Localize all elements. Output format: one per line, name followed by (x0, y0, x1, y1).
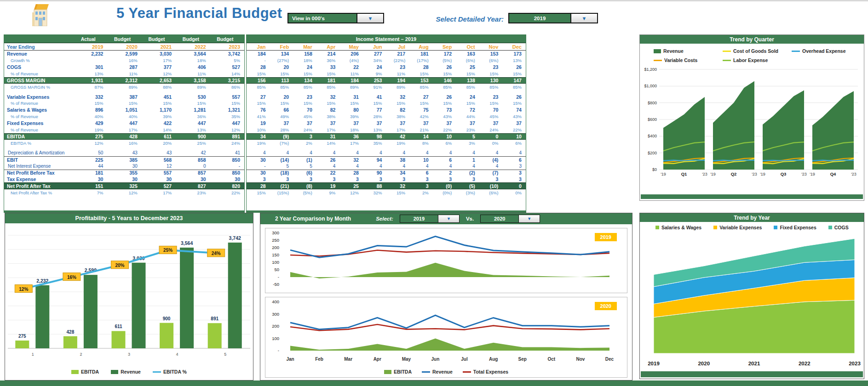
cell: 37 (316, 120, 340, 126)
detail-year-dropdown[interactable]: 2019 ▼ (508, 13, 598, 23)
svg-text:2023: 2023 (849, 361, 861, 366)
cell: 113 (270, 78, 293, 83)
compare-year2-value[interactable]: 2020 (481, 215, 518, 222)
comparison-chart-year1: 30025020015010050--50 2019 (265, 228, 627, 293)
svg-text:2: 2 (80, 352, 82, 357)
table-row: Fixed Expenses429447422447447 (4, 120, 244, 126)
svg-text:428: 428 (67, 329, 75, 335)
cell: 4 (316, 164, 340, 169)
chevron-down-icon[interactable]: ▼ (438, 215, 459, 222)
chevron-down-icon[interactable]: ▼ (518, 215, 540, 222)
cell: 34 (386, 170, 409, 176)
comparison-svg: 30025020015010050--50 (265, 228, 627, 291)
five-year-summary-table: ActualBudgetBudgetBudgetBudgetYear Endin… (4, 34, 245, 213)
cell: 9% (363, 71, 386, 76)
svg-text:Jul: Jul (461, 357, 468, 362)
cell: 1,170 (142, 107, 176, 113)
table-row: 766670828077827573727074 (247, 107, 526, 113)
cell: 10% (247, 127, 270, 132)
panel-footer-strip (641, 194, 863, 199)
cell: 23 (386, 64, 409, 70)
cell: 30 (210, 176, 244, 182)
ebitda-area (290, 339, 609, 351)
table-row: EBITDA275428611900891 (4, 133, 244, 140)
compare-year2-dropdown[interactable]: 2020 ▼ (480, 215, 540, 223)
cell: 11% (386, 71, 409, 76)
year-ending-label: Year Ending (4, 44, 73, 50)
cell: 3 (316, 176, 340, 182)
row-label: Variable Expenses (4, 94, 73, 100)
svg-text:Jan: Jan (286, 357, 294, 362)
table-row: Net Profit After Tax151325527827820 (4, 182, 244, 189)
cell: 35% (363, 141, 386, 146)
cell: 26 (502, 94, 526, 100)
summary-column-headers: ActualBudgetBudgetBudgetBudget (4, 35, 244, 43)
cell: 30 (107, 176, 141, 182)
svg-text:Sep: Sep (518, 357, 527, 362)
cell: 611 (142, 134, 176, 139)
cell: 28 (339, 170, 363, 176)
row-label: % of Revenue (4, 114, 73, 119)
cell: 30 (247, 157, 270, 163)
cell: 181 (409, 51, 433, 57)
cell: 7% (73, 190, 107, 195)
table-row: 272023323141322726242326 (247, 93, 526, 100)
series-line (763, 160, 804, 161)
legend-item: Cost of Goods Sold (723, 46, 792, 56)
cell: 41 (363, 94, 386, 100)
table-row: % of Revenue19%17%14%13%12% (4, 126, 244, 133)
svg-text:200: 200 (272, 324, 279, 329)
chevron-down-icon[interactable]: ▼ (570, 14, 597, 23)
cell: - (210, 164, 244, 169)
svg-text:'19: '19 (661, 172, 666, 176)
cell: 3 (479, 176, 503, 182)
ebitda-bar (208, 323, 222, 348)
cell: 3 (363, 176, 386, 182)
month-cell: Jan (247, 44, 270, 50)
cell: 23% (176, 190, 210, 195)
cell: 42% (409, 114, 433, 119)
units-dropdown[interactable]: View in 000's ▼ (287, 13, 384, 23)
svg-text:50: 50 (274, 267, 279, 272)
cell: 184 (339, 78, 363, 83)
cell: 37 (433, 120, 456, 126)
cell: 153 (409, 78, 433, 83)
column-header-cell: Actual (73, 36, 107, 42)
row-label: Growth % (4, 58, 73, 63)
legend-label: Labor Expense (733, 57, 768, 63)
cell: (15%) (270, 190, 293, 195)
chevron-down-icon[interactable]: ▼ (356, 14, 383, 23)
cell: 19 (316, 183, 340, 189)
detail-year-dropdown-value[interactable]: 2019 (509, 14, 570, 23)
legend-label: EBITDA (394, 369, 412, 375)
table-row: 10%28%24%17%18%13%17%21%22%23%24%22% (247, 126, 526, 133)
table-row: 15%(15%)(5%)9%12%32%15%2%(0%)(3%)(6%)0% (247, 189, 526, 196)
units-dropdown-value[interactable]: View in 000's (288, 14, 356, 23)
cell: 15% (502, 101, 526, 106)
cell: 21% (409, 127, 433, 132)
cell: (5) (456, 183, 479, 189)
cell: 4 (479, 164, 503, 169)
cell: 422 (142, 120, 176, 126)
svg-text:Q3: Q3 (781, 171, 787, 176)
revenue-bar (228, 243, 242, 348)
cell: 3 (409, 176, 433, 182)
series-line (812, 160, 854, 161)
table-row: Variable Expenses332387451530557 (4, 93, 244, 100)
cell: 158 (293, 51, 316, 57)
cell: 34 (247, 134, 270, 139)
compare-year1-value[interactable]: 2019 (400, 215, 438, 222)
revenue-swatch (111, 370, 118, 374)
cell: 77 (363, 107, 386, 113)
cell: 1,321 (210, 107, 244, 113)
cell: 3 (247, 176, 270, 182)
comparison-svg: 400300200100-JanFebMarAprMayJunJulAugSep… (265, 297, 627, 364)
cell: 26 (433, 94, 456, 100)
cell: (6%) (456, 58, 479, 63)
panel-footer-strip (641, 371, 863, 377)
cell: 15% (386, 101, 409, 106)
series-line (713, 160, 754, 161)
cell: 153 (479, 51, 503, 57)
compare-year1-dropdown[interactable]: 2019 ▼ (400, 215, 460, 223)
cell: 15% (456, 101, 479, 106)
